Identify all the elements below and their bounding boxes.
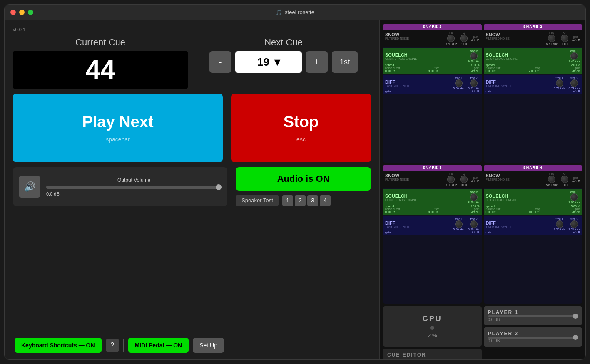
- speaker-3-button[interactable]: 3: [307, 195, 318, 206]
- minimize-button[interactable]: [19, 10, 25, 15]
- speaker-icon: 🔊: [19, 176, 40, 198]
- midi-pedal-button[interactable]: MIDI Pedal — ON: [128, 338, 189, 353]
- player-widgets: PLAYER 1 0.0 dB PLAYER 2 0.0 dB: [484, 306, 583, 347]
- snare3-freq1-knob[interactable]: [455, 220, 463, 228]
- first-cue-button[interactable]: 1st: [332, 51, 358, 73]
- snare-2-diff: DIFF TWO SINE SYNTH freq 1 6.72 kHz: [484, 75, 583, 94]
- cue-dropdown[interactable]: 19 ▾: [235, 51, 302, 73]
- snare3-q-knob[interactable]: [460, 176, 468, 183]
- next-cue-controls: - 19 ▾ + 1st: [196, 51, 371, 73]
- player-2-db: 0.0 dB: [488, 339, 578, 343]
- version-label: v0.0.1: [13, 27, 371, 32]
- snare4-freq2-knob[interactable]: [570, 220, 578, 228]
- snare1-colour-knob[interactable]: [470, 52, 478, 60]
- titlebar: 🎵 steel rosette: [5, 5, 585, 20]
- close-button[interactable]: [10, 10, 16, 15]
- bottom-widgets: CPU 2 % PLAYER 1 0.0 dB PLA: [383, 306, 582, 356]
- snare-4-card: SNARE 4 SNOW FILTERED NOISE ———————— fre…: [484, 165, 583, 304]
- snare-3-snow: SNOW FILTERED NOISE ———————— freq 8.00 k…: [383, 171, 482, 188]
- snare3-freq2-knob[interactable]: [470, 220, 478, 228]
- cue-decrement-button[interactable]: -: [209, 51, 231, 73]
- snare3-colour-knob[interactable]: [470, 193, 478, 201]
- snare1-q-knob[interactable]: [460, 35, 468, 42]
- speaker-4-button[interactable]: 4: [320, 195, 331, 206]
- next-cue-label: Next Cue: [264, 37, 303, 48]
- snare2-colour-knob[interactable]: [570, 52, 578, 60]
- maximize-button[interactable]: [28, 10, 33, 15]
- player-1-widget: PLAYER 1 0.0 dB: [484, 306, 583, 325]
- snare2-freq2-knob[interactable]: [570, 79, 578, 87]
- bottom-bar: Keyboard Shortcuts — ON ? MIDI Pedal — O…: [13, 334, 371, 353]
- volume-slider-thumb: [216, 184, 222, 190]
- help-button[interactable]: ?: [106, 339, 119, 352]
- speaker-1-button[interactable]: 1: [282, 195, 293, 206]
- snare2-q-knob[interactable]: [561, 35, 568, 42]
- speaker-test-button[interactable]: Speaker Test: [236, 195, 279, 206]
- cue-editor-widget: CUE EDITOR Open Param Summary Init: [383, 349, 482, 359]
- volume-section: 🔊 Output Volume 0.0 dB: [13, 167, 227, 206]
- setup-button[interactable]: Set Up: [193, 338, 224, 353]
- action-buttons: Play Next spacebar Stop esc: [13, 94, 371, 162]
- volume-label: Output Volume: [46, 177, 222, 183]
- audio-toggle-button[interactable]: Audio is ON: [236, 167, 371, 191]
- cue-increment-button[interactable]: +: [306, 51, 328, 73]
- snare-1-diff: DIFF TWO SINE SYNTH freq 1 5.00 kHz: [383, 75, 482, 94]
- snare-4-snow: SNOW FILTERED NOISE ———————— freq 5.60 k…: [484, 171, 583, 188]
- volume-slider[interactable]: [46, 186, 222, 189]
- keyboard-shortcuts-button[interactable]: Keyboard Shortcuts — ON: [15, 338, 102, 353]
- snare-3-diff: DIFF TWO SINE SYNTH freq 1 5.60 kHz: [383, 216, 482, 235]
- cpu-label: CPU: [423, 314, 442, 323]
- snare4-freq-knob[interactable]: [548, 176, 555, 183]
- cpu-value: 2 %: [428, 332, 437, 339]
- cue-section: Current Cue 44 Next Cue - 19 ▾ + 1st: [13, 37, 371, 89]
- next-cue-area: Next Cue - 19 ▾ + 1st: [196, 37, 371, 73]
- snare2-freq1-knob[interactable]: [556, 79, 563, 87]
- snare1-freq-knob[interactable]: [447, 35, 455, 42]
- volume-audio-section: 🔊 Output Volume 0.0 dB Audio is ON Speak…: [13, 167, 371, 206]
- snare-1-card: SNARE 1 SNOW FILTERED NOISE ———————— fre…: [383, 24, 482, 163]
- play-next-shortcut: spacebar: [106, 136, 130, 143]
- snare-3-header: SNARE 3: [383, 165, 482, 171]
- snare4-colour-knob[interactable]: [570, 193, 578, 201]
- player-1-label: PLAYER 1: [488, 310, 578, 315]
- snare1-freq1-knob[interactable]: [455, 79, 463, 87]
- volume-db: 0.0 dB: [46, 191, 222, 196]
- snare-1-snow: SNOW FILTERED NOISE ———————— freq 5.60 k…: [383, 30, 482, 47]
- stop-button[interactable]: Stop esc: [231, 94, 371, 162]
- chevron-down-icon: ▾: [274, 56, 280, 69]
- right-panel: SNARE 1 SNOW FILTERED NOISE ———————— fre…: [379, 20, 585, 359]
- player-1-slider[interactable]: [488, 315, 578, 317]
- player-2-widget: PLAYER 2 0.0 dB: [484, 327, 583, 347]
- snare-3-card: SNARE 3 SNOW FILTERED NOISE ———————— fre…: [383, 165, 482, 304]
- snare4-freq1-knob[interactable]: [556, 220, 563, 228]
- snare1-freq2-knob[interactable]: [470, 79, 478, 87]
- speaker-2-button[interactable]: 2: [295, 195, 306, 206]
- snare-1-header: SNARE 1: [383, 24, 482, 30]
- audio-right: Audio is ON Speaker Test 1 2 3 4: [236, 167, 371, 206]
- player-2-slider[interactable]: [488, 337, 578, 339]
- stop-shortcut: esc: [296, 136, 306, 143]
- snare2-freq-knob[interactable]: [548, 35, 555, 42]
- current-cue-label: Current Cue: [75, 37, 125, 48]
- snare-2-squelch: SQUELCH CLICK CHAOS ENGINE colour 9.40 k…: [484, 48, 583, 74]
- snare-4-header: SNARE 4: [484, 165, 583, 171]
- current-cue-display: 44: [13, 51, 188, 89]
- traffic-lights: [10, 10, 33, 15]
- separator: [123, 339, 124, 352]
- player-1-db: 0.0 dB: [488, 317, 578, 322]
- snare4-q-knob[interactable]: [561, 176, 568, 183]
- cpu-indicator: [430, 326, 434, 330]
- current-cue-area: Current Cue 44: [13, 37, 188, 89]
- current-cue-number: 44: [85, 54, 115, 85]
- snare3-freq-knob[interactable]: [447, 176, 455, 183]
- play-next-button[interactable]: Play Next spacebar: [13, 94, 223, 162]
- snare-2-header: SNARE 2: [484, 24, 583, 30]
- snare-1-squelch: SQUELCH CLICK CHAOS ENGINE colour 9.00 k…: [383, 48, 482, 74]
- snare-2-snow: SNOW FILTERED NOISE ———————— freq 6.70 k…: [484, 30, 583, 47]
- snare-3-squelch: SQUELCH CLICK CHAOS ENGINE colour 8.00 k…: [383, 189, 482, 215]
- snare-2-card: SNARE 2 SNOW FILTERED NOISE ———————— fre…: [484, 24, 583, 163]
- snare-grid: SNARE 1 SNOW FILTERED NOISE ———————— fre…: [383, 24, 582, 304]
- snare-4-squelch: SQUELCH CLICK CHAOS ENGINE colour 7.60 k…: [484, 189, 583, 215]
- volume-controls: Output Volume 0.0 dB: [46, 177, 222, 196]
- speaker-num-buttons: 1 2 3 4: [282, 195, 331, 206]
